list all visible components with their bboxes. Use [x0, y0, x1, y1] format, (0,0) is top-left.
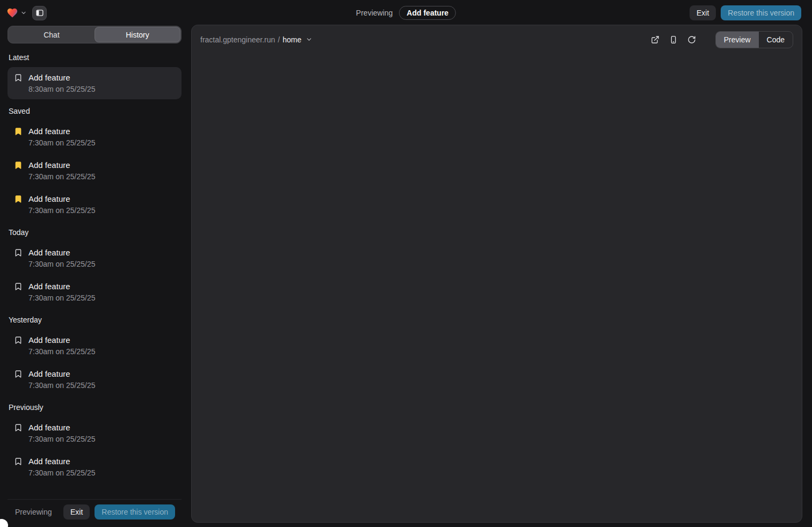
history-section: Latest Add feature 8:30am on 25/25/25	[8, 53, 182, 99]
url-separator: /	[278, 35, 280, 44]
history-item-timestamp: 7:30am on 25/25/25	[28, 292, 96, 303]
tab-history[interactable]: History	[95, 27, 180, 42]
preview-code-toggle: Preview Code	[715, 31, 793, 48]
footer-exit-button[interactable]: Exit	[63, 504, 90, 519]
history-item-title: Add feature	[28, 281, 96, 292]
tab-chat[interactable]: Chat	[9, 27, 95, 42]
history-section-items: Add feature 7:30am on 25/25/25 Add featu…	[8, 242, 182, 308]
history-item[interactable]: Add feature 8:30am on 25/25/25	[8, 67, 182, 99]
history-section-title: Latest	[9, 53, 180, 62]
bookmark-icon	[14, 282, 23, 291]
history-list: Latest Add feature 8:30am on 25/25/25 Sa…	[8, 53, 182, 499]
history-item[interactable]: Add feature 7:30am on 25/25/25	[8, 363, 182, 396]
history-sidebar: Chat History Latest Add feature 8:30am o…	[8, 26, 182, 521]
workspace-chevron-down-icon[interactable]	[20, 10, 27, 16]
top-bar-center: Previewing Add feature	[356, 0, 456, 26]
history-section-items: Add feature 7:30am on 25/25/25 Add featu…	[8, 417, 182, 483]
history-section-title: Yesterday	[9, 316, 180, 324]
top-bar: Previewing Add feature Exit Restore this…	[0, 0, 812, 26]
history-item-timestamp: 8:30am on 25/25/25	[28, 84, 96, 94]
version-name-badge: Add feature	[399, 6, 456, 20]
history-item-title: Add feature	[28, 456, 96, 467]
history-item[interactable]: Add feature 7:30am on 25/25/25	[8, 188, 182, 221]
url-host: fractal.gptengineer.run	[200, 35, 275, 44]
bookmark-icon	[14, 336, 23, 345]
history-section-items: Add feature 7:30am on 25/25/25 Add featu…	[8, 330, 182, 396]
history-item-title: Add feature	[28, 193, 96, 205]
bookmark-icon	[14, 74, 23, 82]
history-item-text: Add feature 7:30am on 25/25/25	[28, 422, 96, 444]
sidebar-tab-switcher: Chat History	[8, 26, 182, 43]
history-item-timestamp: 7:30am on 25/25/25	[28, 467, 96, 478]
bookmark-icon	[14, 248, 23, 257]
history-item[interactable]: Add feature 7:30am on 25/25/25	[8, 121, 182, 153]
history-item-title: Add feature	[28, 422, 96, 434]
bookmark-icon	[14, 195, 23, 203]
history-section-title: Saved	[9, 107, 180, 115]
history-section: Today Add feature 7:30am on 25/25/25 Add…	[8, 228, 182, 308]
bookmark-icon	[14, 127, 23, 136]
url-page: home	[282, 35, 301, 44]
history-section: Saved Add feature 7:30am on 25/25/25 Add…	[8, 107, 182, 221]
history-item-title: Add feature	[28, 72, 96, 84]
history-item-timestamp: 7:30am on 25/25/25	[28, 380, 96, 391]
sidebar-footer: Previewing Exit Restore this version	[8, 499, 182, 521]
mobile-view-button[interactable]	[669, 35, 678, 44]
sidebar-panel-icon	[35, 9, 44, 17]
history-item-timestamp: 7:30am on 25/25/25	[28, 346, 96, 357]
history-item-text: Add feature 7:30am on 25/25/25	[28, 159, 96, 182]
refresh-icon	[687, 35, 696, 44]
bookmark-icon	[14, 161, 23, 170]
preview-actions: Preview Code	[651, 31, 793, 48]
history-section: Previously Add feature 7:30am on 25/25/2…	[8, 403, 182, 483]
history-item-timestamp: 7:30am on 25/25/25	[28, 137, 96, 148]
history-item-title: Add feature	[28, 368, 96, 380]
footer-previewing-label: Previewing	[15, 508, 52, 516]
open-in-new-tab-button[interactable]	[651, 35, 659, 44]
bookmark-icon	[14, 370, 23, 378]
history-item[interactable]: Add feature 7:30am on 25/25/25	[8, 276, 182, 308]
history-item-title: Add feature	[28, 126, 96, 137]
history-section-items: Add feature 7:30am on 25/25/25 Add featu…	[8, 121, 182, 221]
history-item-title: Add feature	[28, 334, 96, 346]
history-section-title: Today	[9, 228, 180, 237]
bookmark-icon	[14, 423, 23, 432]
history-item-timestamp: 7:30am on 25/25/25	[28, 434, 96, 444]
history-section-title: Previously	[9, 403, 180, 412]
exit-button[interactable]: Exit	[690, 5, 716, 20]
footer-restore-version-button[interactable]: Restore this version	[95, 504, 175, 519]
toggle-code[interactable]: Code	[759, 32, 793, 48]
restore-version-button[interactable]: Restore this version	[721, 5, 801, 20]
preview-frame-header: fractal.gptengineer.run / home Preview C…	[192, 25, 802, 54]
url-chevron-down-icon	[306, 36, 313, 43]
history-section: Yesterday Add feature 7:30am on 25/25/25…	[8, 316, 182, 396]
history-item[interactable]: Add feature 7:30am on 25/25/25	[8, 417, 182, 449]
history-item-text: Add feature 8:30am on 25/25/25	[28, 72, 96, 94]
history-item-timestamp: 7:30am on 25/25/25	[28, 205, 96, 216]
history-item-text: Add feature 7:30am on 25/25/25	[28, 456, 96, 478]
history-item[interactable]: Add feature 7:30am on 25/25/25	[8, 451, 182, 483]
history-item-text: Add feature 7:30am on 25/25/25	[28, 281, 96, 303]
top-bar-right: Exit Restore this version	[690, 5, 801, 20]
toggle-preview[interactable]: Preview	[716, 32, 759, 48]
external-link-icon	[651, 35, 659, 44]
history-item[interactable]: Add feature 7:30am on 25/25/25	[8, 155, 182, 187]
url-dropdown[interactable]: fractal.gptengineer.run / home	[200, 35, 313, 44]
bottom-left-corner-artifact	[0, 519, 8, 527]
history-item-title: Add feature	[28, 247, 96, 259]
history-item-text: Add feature 7:30am on 25/25/25	[28, 193, 96, 216]
top-bar-left	[6, 6, 47, 20]
history-item-text: Add feature 7:30am on 25/25/25	[28, 368, 96, 391]
previewing-status-label: Previewing	[356, 9, 393, 17]
history-item-title: Add feature	[28, 159, 96, 171]
history-item[interactable]: Add feature 7:30am on 25/25/25	[8, 330, 182, 362]
toggle-sidebar-button[interactable]	[32, 6, 47, 20]
history-item[interactable]: Add feature 7:30am on 25/25/25	[8, 242, 182, 274]
history-item-timestamp: 7:30am on 25/25/25	[28, 171, 96, 182]
refresh-button[interactable]	[687, 35, 696, 44]
preview-frame: fractal.gptengineer.run / home Preview C…	[191, 25, 802, 523]
history-item-text: Add feature 7:30am on 25/25/25	[28, 334, 96, 357]
history-item-text: Add feature 7:30am on 25/25/25	[28, 247, 96, 269]
lovable-heart-logo-icon	[6, 7, 18, 19]
bookmark-icon	[14, 457, 23, 466]
